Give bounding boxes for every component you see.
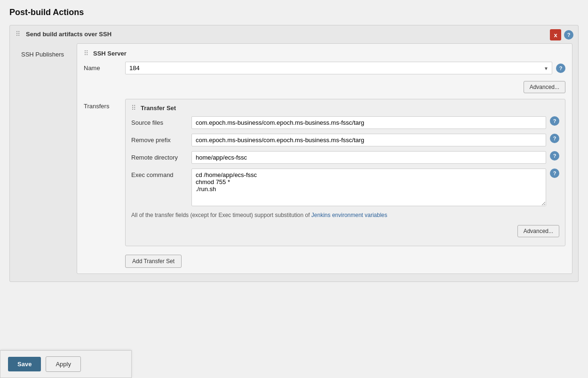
- remove-prefix-row: Remove prefix ?: [131, 134, 559, 146]
- section-help-icon[interactable]: ?: [564, 30, 573, 40]
- add-transfer-set-button[interactable]: Add Transfer Set: [125, 255, 182, 268]
- save-button[interactable]: Save: [8, 357, 41, 371]
- ssh-server-header: ⠿ SSH Server: [84, 49, 565, 57]
- apply-button[interactable]: Apply: [46, 356, 81, 372]
- section-header: ⠿ Send build artifacts over SSH: [16, 30, 572, 38]
- info-text: All of the transfer fields (except for E…: [131, 211, 559, 219]
- remove-prefix-label: Remove prefix: [131, 134, 188, 144]
- ssh-publishers-col: SSH Publishers: [16, 43, 77, 274]
- remove-prefix-input[interactable]: [191, 134, 546, 146]
- remote-directory-row: Remote directory ?: [131, 151, 559, 164]
- jenkins-env-vars-link[interactable]: Jenkins environment variables: [311, 212, 387, 218]
- transfer-set-header: ⠿ Transfer Set: [131, 104, 559, 112]
- exec-command-row: Exec command cd /home/app/ecs-fssc chmod…: [131, 169, 559, 206]
- exec-command-textarea[interactable]: cd /home/app/ecs-fssc chmod 755 * ./run.…: [191, 169, 546, 206]
- page-container: Post-build Actions ⠿ Send build artifact…: [0, 0, 588, 378]
- remove-prefix-help-icon[interactable]: ?: [550, 134, 559, 143]
- name-select-wrapper: 184 ▼: [125, 62, 552, 74]
- advanced-button[interactable]: Advanced...: [524, 81, 565, 93]
- name-row: Name 184 ▼ ?: [84, 62, 565, 74]
- ssh-publishers-label: SSH Publishers: [16, 47, 77, 62]
- source-files-row: Source files ?: [131, 116, 559, 129]
- transfer-advanced-button[interactable]: Advanced...: [517, 225, 559, 237]
- post-build-section: ⠿ Send build artifacts over SSH x ? SSH …: [9, 25, 579, 282]
- transfers-label: Transfers: [84, 99, 121, 246]
- section-title: Send build artifacts over SSH: [26, 31, 111, 38]
- main-content-wrapper: SSH Publishers ⠿ SSH Server Name 184 ▼: [16, 43, 572, 274]
- ssh-server-box: ⠿ SSH Server Name 184 ▼ ? Adva: [77, 43, 572, 274]
- exec-command-help-icon[interactable]: ?: [550, 169, 559, 178]
- source-files-input[interactable]: [191, 116, 546, 129]
- close-button[interactable]: x: [550, 29, 561, 40]
- transfer-advanced-btn-row: Advanced...: [131, 225, 559, 237]
- exec-command-label: Exec command: [131, 169, 188, 178]
- source-files-label: Source files: [131, 116, 188, 126]
- name-label: Name: [84, 64, 121, 72]
- bottom-bar: Save Apply: [0, 350, 132, 378]
- advanced-btn-row: Advanced...: [84, 81, 565, 93]
- transfers-row: Transfers ⠿ Transfer Set Source files: [84, 99, 565, 246]
- right-content: ⠿ SSH Server Name 184 ▼ ? Adva: [77, 43, 572, 274]
- name-help-icon[interactable]: ?: [556, 64, 565, 73]
- transfer-set-drag-icon: ⠿: [131, 104, 136, 112]
- page-title: Post-build Actions: [9, 8, 579, 17]
- remote-directory-help-icon[interactable]: ?: [550, 151, 559, 161]
- ssh-server-title: SSH Server: [93, 50, 127, 57]
- ssh-server-drag-icon: ⠿: [84, 49, 88, 57]
- transfer-set-title: Transfer Set: [141, 105, 176, 112]
- add-transfer-set-row: Add Transfer Set: [125, 251, 565, 268]
- name-select[interactable]: 184: [125, 62, 552, 74]
- source-files-help-icon[interactable]: ?: [550, 116, 559, 126]
- remote-directory-label: Remote directory: [131, 151, 188, 161]
- drag-handle-icon: ⠿: [16, 30, 20, 38]
- remote-directory-input[interactable]: [191, 151, 546, 164]
- transfer-set-box: ⠿ Transfer Set Source files ?: [125, 99, 565, 246]
